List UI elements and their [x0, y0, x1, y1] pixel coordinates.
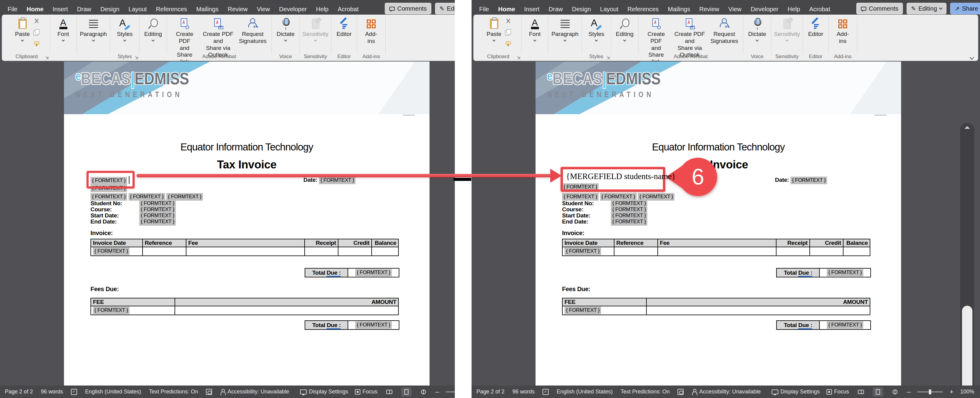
- ribbon-group-acrobat: λ Create PDF and Share link λ Create PDF…: [167, 16, 272, 54]
- document-title: Equator Information Technology: [536, 141, 901, 153]
- formtext-field[interactable]: { FORMTEXT }: [139, 218, 176, 226]
- editor-button[interactable]: Editor: [806, 16, 826, 39]
- logo-e: e: [76, 70, 81, 82]
- editing-mode-button[interactable]: ✎ Editing: [907, 3, 947, 14]
- editor-button[interactable]: Editor: [334, 16, 354, 39]
- formtext-field[interactable]: { FORMTEXT }: [355, 321, 392, 329]
- vertical-scrollbar[interactable]: [960, 123, 974, 385]
- comments-button[interactable]: Comments: [856, 3, 903, 14]
- step-number: 6: [692, 166, 704, 188]
- page-indicator[interactable]: Page 2 of 2: [5, 388, 33, 395]
- cut-icon[interactable]: [33, 18, 40, 24]
- editing-button[interactable]: Editing: [613, 16, 636, 42]
- formtext-field[interactable]: { FORMTEXT }: [827, 269, 863, 276]
- styles-dialog-launcher[interactable]: ⇲: [606, 55, 610, 60]
- request-signatures-button[interactable]: x∿ Request Signatures: [236, 16, 269, 46]
- language-indicator[interactable]: English (United States): [85, 388, 141, 395]
- word-count[interactable]: 96 words: [41, 388, 63, 395]
- formtext-field[interactable]: { FORMTEXT }: [611, 218, 648, 226]
- formtext-field[interactable]: { FORMTEXT }: [355, 269, 392, 276]
- copy-icon[interactable]: [505, 29, 511, 35]
- editing-button[interactable]: Editing: [142, 16, 164, 42]
- zoom-slider[interactable]: [917, 392, 943, 392]
- proofing-icon[interactable]: [71, 389, 77, 395]
- ribbon-group-clipboard: Paste Clipboard ⇲: [475, 16, 522, 54]
- collapse-ribbon-icon[interactable]: [970, 55, 974, 60]
- styles-dialog-launcher[interactable]: ⇲: [135, 55, 138, 60]
- predictions-icon[interactable]: [206, 389, 212, 395]
- zoom-out-button[interactable]: –: [435, 388, 439, 396]
- formtext-field[interactable]: { FORMTEXT }: [562, 193, 598, 201]
- styles-button[interactable]: A Styles: [586, 16, 607, 42]
- date-line: Date: { FORMTEXT }: [304, 177, 355, 184]
- create-pdf-outlook-button[interactable]: λ Create PDF and Share via Outlook: [200, 16, 236, 60]
- addins-button[interactable]: Add-ins: [831, 16, 854, 46]
- document-canvas: eBECAS|EDMISS NEXT GENERATION Equator In…: [472, 61, 980, 385]
- paste-button[interactable]: Paste: [13, 16, 32, 42]
- create-pdf-outlook-button[interactable]: λ Create PDF and Share via Outlook: [671, 16, 708, 60]
- clipboard-dialog-launcher[interactable]: ⇲: [517, 55, 520, 60]
- styles-button[interactable]: A Styles: [115, 16, 135, 42]
- print-layout-button[interactable]: [873, 387, 883, 396]
- proofing-icon[interactable]: [542, 389, 549, 395]
- editing-mode-button[interactable]: ✎ Editing: [435, 3, 455, 14]
- dictate-button[interactable]: Dictate: [746, 16, 768, 42]
- formtext-field[interactable]: { FORMTEXT }: [827, 321, 863, 329]
- focus-button[interactable]: Focus: [355, 388, 377, 395]
- accessibility-status[interactable]: Accessibility: Unavailable: [692, 388, 760, 395]
- print-layout-button[interactable]: [401, 387, 412, 396]
- font-button[interactable]: A Font: [55, 16, 71, 42]
- formtext-field[interactable]: { FORMTEXT }: [565, 307, 601, 314]
- format-painter-icon[interactable]: [505, 41, 511, 46]
- addins-button[interactable]: Add-ins: [360, 16, 383, 46]
- font-button[interactable]: A Font: [527, 16, 543, 42]
- chevron-down-icon: [62, 38, 65, 41]
- document-page[interactable]: eBECAS|EDMISS NEXT GENERATION Equator In…: [536, 62, 901, 385]
- zoom-slider[interactable]: [445, 392, 455, 392]
- mergefield-text[interactable]: {MERGEFIELD students-name}: [566, 172, 676, 181]
- paragraph-button[interactable]: Paragraph: [549, 16, 581, 42]
- formtext-field[interactable]: { FORMTEXT }: [93, 247, 129, 255]
- display-settings-button[interactable]: Display Settings: [772, 388, 820, 395]
- web-layout-button[interactable]: [890, 387, 900, 396]
- request-signatures-button[interactable]: x∿ Request Signatures: [708, 16, 741, 46]
- language-indicator[interactable]: English (United States): [557, 388, 612, 395]
- zoom-percentage[interactable]: 100%: [960, 388, 974, 395]
- clipboard-dialog-launcher[interactable]: ⇲: [45, 55, 49, 60]
- comments-button[interactable]: Comments: [385, 3, 431, 14]
- zoom-in-button[interactable]: +: [950, 388, 953, 396]
- scroll-up-icon[interactable]: [964, 126, 970, 129]
- read-mode-button[interactable]: [384, 387, 395, 396]
- read-mode-button[interactable]: [856, 387, 866, 396]
- format-painter-icon[interactable]: [33, 41, 40, 46]
- copy-icon[interactable]: [33, 29, 39, 35]
- ribbon-group-acrobat: λ Create PDF and Share link λ Create PDF…: [638, 16, 743, 54]
- accessibility-status[interactable]: Accessibility: Unavailable: [220, 388, 289, 395]
- formtext-field[interactable]: { FORMTEXT }: [93, 307, 129, 314]
- document-page[interactable]: eBECAS|EDMISS NEXT GENERATION Equator In…: [64, 62, 430, 385]
- page-indicator[interactable]: Page 2 of 2: [476, 388, 504, 395]
- invoice-heading: Invoice:: [562, 230, 584, 236]
- scrollbar-thumb[interactable]: [962, 306, 972, 385]
- formtext-field[interactable]: { FORMTEXT }: [319, 177, 355, 184]
- text-predictions[interactable]: Text Predictions: On: [620, 388, 670, 395]
- paste-button[interactable]: Paste: [484, 16, 504, 42]
- focus-button[interactable]: Focus: [826, 388, 849, 395]
- formtext-field[interactable]: { FORMTEXT }: [565, 247, 601, 255]
- col-invoice-date: Invoice Date: [562, 239, 614, 247]
- chevron-down-icon: [284, 38, 287, 41]
- col-fee: Fee: [186, 239, 305, 247]
- share-button[interactable]: ↗ Share: [950, 3, 980, 14]
- web-layout-button[interactable]: [418, 387, 429, 396]
- zoom-slider-thumb[interactable]: [929, 390, 931, 394]
- formtext-field[interactable]: { FORMTEXT }: [91, 193, 127, 201]
- display-settings-button[interactable]: Display Settings: [300, 388, 348, 395]
- formtext-field[interactable]: { FORMTEXT }: [791, 177, 827, 184]
- cut-icon[interactable]: [505, 18, 511, 24]
- paragraph-button[interactable]: Paragraph: [77, 16, 109, 42]
- predictions-icon[interactable]: [678, 389, 684, 395]
- text-predictions[interactable]: Text Predictions: On: [149, 388, 198, 395]
- word-count[interactable]: 96 words: [512, 388, 535, 395]
- zoom-out-button[interactable]: –: [907, 388, 910, 396]
- dictate-button[interactable]: Dictate: [274, 16, 297, 42]
